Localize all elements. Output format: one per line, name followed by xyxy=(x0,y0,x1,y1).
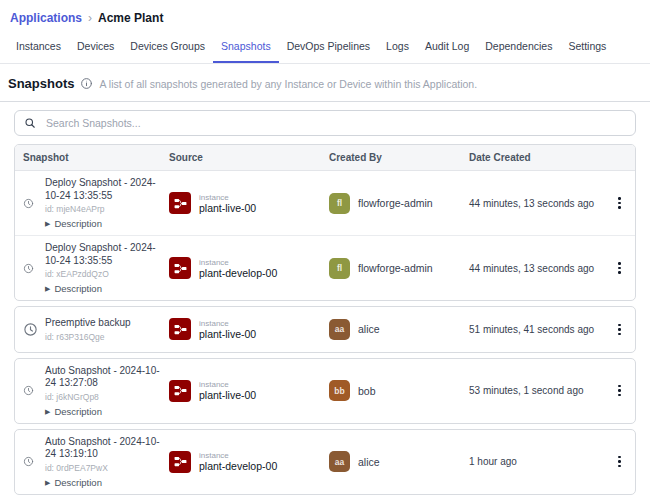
snapshot-title: Deploy Snapshot - 2024-10-24 13:35:55 xyxy=(45,242,167,267)
actions-cell xyxy=(604,381,635,401)
node-red-icon xyxy=(169,380,191,402)
description-toggle[interactable]: ▶ Description xyxy=(45,406,167,417)
snapshot-text: Preemptive backup id: r63P316Qge xyxy=(45,317,131,342)
snapshot-cell: Auto Snapshot - 2024-10-24 13:27:08 id: … xyxy=(23,365,169,417)
source-instance-link[interactable]: plant-develop-00 xyxy=(199,460,277,472)
description-toggle[interactable]: ▶ Description xyxy=(45,218,167,229)
snapshot-card: Preemptive backup id: r63P316Qge instanc… xyxy=(14,306,636,353)
created-by-cell: fl flowforge-admin xyxy=(329,258,469,279)
snapshot-cell: Preemptive backup id: r63P316Qge xyxy=(23,317,169,342)
source-cell: instance plant-live-00 xyxy=(169,380,329,402)
source-instance-link[interactable]: plant-live-00 xyxy=(199,389,256,401)
snapshot-text: Auto Snapshot - 2024-10-24 13:27:08 id: … xyxy=(45,365,167,417)
page-title: Snapshots xyxy=(8,76,74,91)
kebab-menu-button[interactable] xyxy=(612,193,627,213)
avatar: aa xyxy=(329,319,350,340)
snapshot-card: Auto Snapshot - 2024-10-24 13:27:08 id: … xyxy=(14,358,636,424)
info-icon[interactable] xyxy=(80,77,93,90)
description-toggle[interactable]: ▶ Description xyxy=(45,283,167,294)
kebab-menu-button[interactable] xyxy=(612,452,627,472)
clock-icon xyxy=(23,436,45,488)
date-created: 44 minutes, 13 seconds ago xyxy=(469,198,604,209)
column-header: Date Created xyxy=(469,152,604,163)
snapshot-text: Auto Snapshot - 2024-10-24 13:19:10 id: … xyxy=(45,436,167,488)
tab-devops-pipelines[interactable]: DevOps Pipelines xyxy=(279,31,378,63)
snapshot-title: Preemptive backup xyxy=(45,317,131,330)
created-by-cell: bb bob xyxy=(329,380,469,401)
tab-audit-log[interactable]: Audit Log xyxy=(417,31,477,63)
tab-settings[interactable]: Settings xyxy=(560,31,614,63)
snapshot-cell: Auto Snapshot - 2024-10-24 13:19:10 id: … xyxy=(23,436,169,488)
snapshot-id: id: j6kNGrQp8 xyxy=(45,392,167,402)
avatar: fl xyxy=(329,258,350,279)
avatar: bb xyxy=(329,380,350,401)
creator-name: flowforge-admin xyxy=(358,262,433,274)
chevron-right-icon: ▶ xyxy=(45,220,50,227)
creator-name: alice xyxy=(358,456,380,468)
column-header: Source xyxy=(169,152,329,163)
kebab-menu-button[interactable] xyxy=(612,320,627,340)
actions-cell xyxy=(604,452,635,472)
table-header: SnapshotSourceCreated ByDate Created xyxy=(15,145,635,171)
created-by-cell: fl flowforge-admin xyxy=(329,193,469,214)
search-icon xyxy=(24,117,36,129)
clock-icon xyxy=(23,177,45,229)
snapshot-row: Auto Snapshot - 2024-10-24 13:27:08 id: … xyxy=(15,359,635,423)
description-toggle[interactable]: ▶ Description xyxy=(45,477,167,488)
snapshot-cell: Deploy Snapshot - 2024-10-24 13:35:55 id… xyxy=(23,242,169,294)
created-by-cell: aa alice xyxy=(329,319,469,340)
search-box xyxy=(14,110,636,136)
snapshot-text: Deploy Snapshot - 2024-10-24 13:35:55 id… xyxy=(45,177,167,229)
clock-icon xyxy=(23,365,45,417)
breadcrumb-applications-link[interactable]: Applications xyxy=(10,11,82,25)
kebab-menu-button[interactable] xyxy=(612,381,627,401)
node-red-icon xyxy=(169,257,191,279)
source-type-label: instance xyxy=(199,193,256,202)
snapshot-row: Auto Snapshot - 2024-10-24 13:19:10 id: … xyxy=(15,430,635,494)
source-cell: instance plant-live-00 xyxy=(169,318,329,340)
source-text: instance plant-live-00 xyxy=(199,193,256,214)
breadcrumb-current: Acme Plant xyxy=(98,11,163,25)
column-header: Created By xyxy=(329,152,469,163)
kebab-menu-button[interactable] xyxy=(612,258,627,278)
source-type-label: instance xyxy=(199,258,277,267)
tab-logs[interactable]: Logs xyxy=(378,31,417,63)
chevron-right-icon: ▶ xyxy=(45,285,50,292)
section-header: Snapshots A list of all snapshots genera… xyxy=(0,64,650,102)
source-text: instance plant-live-00 xyxy=(199,319,256,340)
snapshot-title: Deploy Snapshot - 2024-10-24 13:35:55 xyxy=(45,177,167,202)
source-instance-link[interactable]: plant-live-00 xyxy=(199,328,256,340)
source-instance-link[interactable]: plant-develop-00 xyxy=(199,267,277,279)
snapshot-id: id: mjeN4eAPrp xyxy=(45,204,167,214)
date-created: 44 minutes, 13 seconds ago xyxy=(469,263,604,274)
source-instance-link[interactable]: plant-live-00 xyxy=(199,202,256,214)
snapshot-row: Deploy Snapshot - 2024-10-24 13:35:55 id… xyxy=(15,235,635,300)
column-header: Snapshot xyxy=(23,152,169,163)
search-input[interactable] xyxy=(44,116,626,130)
source-text: instance plant-live-00 xyxy=(199,380,256,401)
snapshot-card: SnapshotSourceCreated ByDate Created Dep… xyxy=(14,144,636,301)
tab-snapshots[interactable]: Snapshots xyxy=(213,31,279,63)
tab-devices-groups[interactable]: Devices Groups xyxy=(122,31,213,63)
actions-cell xyxy=(604,193,635,213)
tab-instances[interactable]: Instances xyxy=(8,31,69,63)
snapshot-row: Deploy Snapshot - 2024-10-24 13:35:55 id… xyxy=(15,171,635,235)
node-red-icon xyxy=(169,451,191,473)
tab-devices[interactable]: Devices xyxy=(69,31,122,63)
snapshot-id: id: 0rdPEA7PwX xyxy=(45,463,167,473)
description-label: Description xyxy=(54,406,102,417)
source-type-label: instance xyxy=(199,319,256,328)
snapshot-cell: Deploy Snapshot - 2024-10-24 13:35:55 id… xyxy=(23,177,169,229)
description-label: Description xyxy=(54,218,102,229)
avatar: fl xyxy=(329,193,350,214)
node-red-icon xyxy=(169,318,191,340)
search-row xyxy=(0,102,650,144)
actions-cell xyxy=(604,258,635,278)
snapshot-title: Auto Snapshot - 2024-10-24 13:27:08 xyxy=(45,365,167,390)
date-created: 51 minutes, 41 seconds ago xyxy=(469,324,604,335)
tab-dependencies[interactable]: Dependencies xyxy=(477,31,560,63)
snapshot-row: Preemptive backup id: r63P316Qge instanc… xyxy=(15,307,635,352)
chevron-right-icon: ▶ xyxy=(45,479,50,486)
snapshot-title: Auto Snapshot - 2024-10-24 13:19:10 xyxy=(45,436,167,461)
clock-icon xyxy=(23,242,45,294)
